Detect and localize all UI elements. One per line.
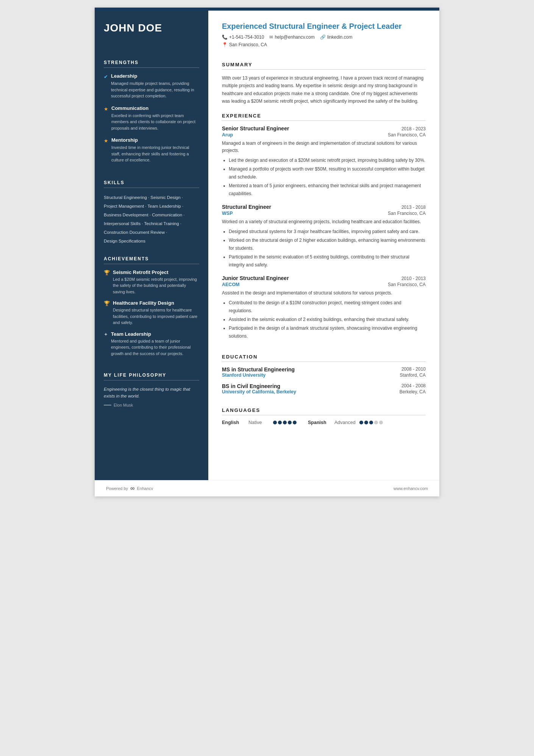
dot-0-0: [273, 421, 277, 424]
edu-header-0: MS in Structural Engineering 2008 - 2010: [222, 366, 426, 373]
bullet-2-2: Participated in the design of a landmark…: [229, 324, 426, 340]
link-icon: 🔗: [320, 34, 326, 40]
exp-dates-1: 2013 - 2018: [401, 205, 426, 210]
trophy-icon-0: 🏆: [104, 270, 110, 275]
exp-bullets-2: Contributed to the design of a $10M cons…: [222, 299, 426, 341]
exp-desc-1: Worked on a variety of structural engine…: [222, 218, 426, 225]
strength-desc-0: Managed multiple project teams, providin…: [111, 80, 199, 99]
enhancv-logo-icon: ∞: [130, 485, 134, 492]
exp-header-0: Senior Structural Engineer 2018 - 2023: [222, 125, 426, 131]
edu-header-1: BS in Civil Engineering 2004 - 2008: [222, 383, 426, 389]
strength-leadership: ✔ Leadership Managed multiple project te…: [104, 73, 199, 99]
strength-title-0: Leadership: [111, 73, 199, 79]
edu-location-0: Stanford, CA: [400, 373, 426, 378]
dot-0-2: [283, 421, 287, 424]
bullet-0-2: Mentored a team of 5 junior engineers, e…: [229, 182, 426, 197]
job-title: Experienced Structural Engineer & Projec…: [222, 22, 426, 31]
exp-company-row-0: Arup San Francisco, CA: [222, 132, 426, 138]
contact-location: 📍 San Francisco, CA: [222, 42, 426, 47]
bullet-2-1: Assisted in the seismic evaluation of 2 …: [229, 316, 426, 323]
achievement-desc-1: Designed structural systems for healthca…: [113, 307, 199, 326]
exp-location-0: San Francisco, CA: [388, 132, 426, 138]
dot-1-3: [374, 421, 378, 424]
dot-1-0: [359, 421, 363, 424]
exp-company-row-2: AECOM San Francisco, CA: [222, 282, 426, 287]
experience-section-title: EXPERIENCE: [222, 113, 426, 121]
edu-dates-0: 2008 - 2010: [401, 366, 426, 373]
summary-section-title: SUMMARY: [222, 62, 426, 70]
skills-list: Structural Engineering · Seismic Design …: [104, 193, 199, 246]
dot-0-4: [293, 421, 297, 424]
skill-row-3: Interpersonal Skills · Technical Trainin…: [104, 219, 199, 228]
edu-school-row-0: Stanford University Stanford, CA: [222, 373, 426, 378]
strengths-title: STRENGTHS: [104, 60, 199, 68]
exp-dates-0: 2018 - 2023: [401, 126, 426, 131]
bullet-1-1: Worked on the structural design of 2 hig…: [229, 236, 426, 252]
sidebar: JOHN DOE STRENGTHS ✔ Leadership Managed …: [95, 11, 208, 480]
exp-bullets-1: Designed structural systems for 3 major …: [222, 228, 426, 270]
trophy-icon-1: 🏆: [104, 301, 110, 306]
footer-website: www.enhancv.com: [393, 486, 428, 491]
dot-1-1: [364, 421, 368, 424]
strength-title-1: Communication: [111, 105, 199, 111]
achievement-title-1: Healthcare Facility Design: [113, 300, 199, 306]
edu-row-0: MS in Structural Engineering 2008 - 2010…: [222, 366, 426, 378]
edu-school-1: University of California, Berkeley: [222, 389, 296, 394]
location-icon: 📍: [222, 42, 228, 47]
skills-title: SKILLS: [104, 180, 199, 188]
contact-info: 📞 +1-541-754-3010 ✉ help@enhancv.com 🔗 l…: [222, 34, 426, 40]
edu-school-row-1: University of California, Berkeley Berke…: [222, 389, 426, 394]
edu-degree-1: BS in Civil Engineering: [222, 383, 280, 389]
contact-email: ✉ help@enhancv.com: [269, 34, 314, 40]
resume-page: JOHN DOE STRENGTHS ✔ Leadership Managed …: [95, 8, 439, 496]
phone-icon: 📞: [222, 34, 228, 40]
exp-role-0: Senior Structural Engineer: [222, 125, 289, 131]
dot-0-1: [278, 421, 282, 424]
edu-dates-1: 2004 - 2008: [401, 383, 426, 389]
skill-row-4: Construction Document Review ·: [104, 228, 199, 237]
lang-name-0: English: [222, 420, 245, 425]
contact-phone: 📞 +1-541-754-3010: [222, 34, 264, 40]
exp-dates-2: 2010 - 2013: [401, 276, 426, 281]
content-area: JOHN DOE STRENGTHS ✔ Leadership Managed …: [95, 11, 439, 480]
exp-role-1: Structural Engineer: [222, 204, 271, 210]
exp-desc-0: Managed a team of engineers in the desig…: [222, 140, 426, 154]
exp-company-row-1: WSP San Francisco, CA: [222, 211, 426, 216]
achievement-0: 🏆 Seismic Retrofit Project Led a $20M se…: [104, 269, 199, 295]
achievement-1: 🏆 Healthcare Facility Design Designed st…: [104, 300, 199, 326]
philosophy-author: Elon Musk: [104, 403, 199, 407]
exp-header-2: Junior Structural Engineer 2010 - 2013: [222, 275, 426, 281]
edu-row-1: BS in Civil Engineering 2004 - 2008 Univ…: [222, 383, 426, 394]
achievements-title: ACHIEVEMENTS: [104, 256, 199, 264]
achievement-desc-2: Mentored and guided a team of junior eng…: [111, 338, 199, 357]
edu-degree-0: MS in Structural Engineering: [222, 366, 295, 373]
email-icon: ✉: [269, 34, 273, 40]
footer: Powered by ∞ Enhancv www.enhancv.com: [95, 480, 439, 496]
summary-text: With over 13 years of experience in stru…: [222, 74, 426, 105]
strength-desc-2: Invested time in mentoring junior techni…: [111, 144, 199, 163]
footer-logo: Powered by ∞ Enhancv: [106, 485, 153, 492]
exp-desc-2: Assisted in the design and implementatio…: [222, 290, 426, 297]
candidate-name: JOHN DOE: [104, 22, 199, 34]
star-icon-1: ★: [104, 138, 108, 144]
exp-role-2: Junior Structural Engineer: [222, 275, 289, 281]
education-section-title: EDUCATION: [222, 354, 426, 362]
brand-name: Enhancv: [137, 486, 153, 491]
strength-title-2: Mentorship: [111, 137, 199, 143]
skill-row-1: Project Management · Team Leadership ·: [104, 202, 199, 211]
check-icon: ✔: [104, 74, 108, 80]
languages-row: English Native Spanish Advanced: [222, 420, 426, 425]
achievement-title-0: Seismic Retrofit Project: [113, 269, 199, 275]
dot-0-3: [288, 421, 292, 424]
skill-row-0: Structural Engineering · Seismic Design …: [104, 193, 199, 202]
languages-section-title: LANGUAGES: [222, 407, 426, 415]
exp-location-1: San Francisco, CA: [388, 211, 426, 216]
powered-by-label: Powered by: [106, 486, 128, 491]
skill-row-5: Design Specifications: [104, 237, 199, 246]
skill-row-2: Business Development · Communication ·: [104, 211, 199, 219]
philosophy-title: MY LIFE PHILOSOPHY: [104, 373, 199, 380]
edu-location-1: Berkeley, CA: [400, 389, 426, 394]
edu-school-0: Stanford University: [222, 373, 265, 378]
achievement-desc-0: Led a $20M seismic retrofit project, imp…: [113, 276, 199, 295]
dot-1-4: [379, 421, 383, 424]
